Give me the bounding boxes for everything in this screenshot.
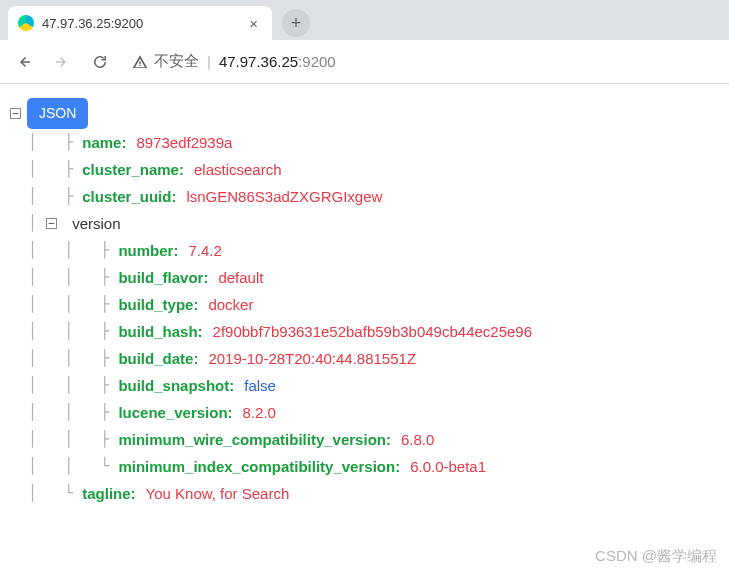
json-field-build-flavor: │ │ ├ build_flavor : default <box>10 264 719 291</box>
reload-icon <box>91 53 109 71</box>
json-field-build-snapshot: │ │ ├ build_snapshot : false <box>10 372 719 399</box>
json-field-lucene-version: │ │ ├ lucene_version : 8.2.0 <box>10 399 719 426</box>
favicon-icon <box>18 15 34 31</box>
back-button[interactable] <box>8 46 40 78</box>
json-field-min-wire-compat: │ │ ├ minimum_wire_compatibility_version… <box>10 426 719 453</box>
collapse-icon[interactable]: − <box>10 108 21 119</box>
json-field-number: │ │ ├ number : 7.4.2 <box>10 237 719 264</box>
json-field-cluster-name: │ ├ cluster_name : elasticsearch <box>10 156 719 183</box>
address-bar[interactable]: 不安全 | 47.97.36.25:9200 <box>132 52 336 71</box>
forward-button[interactable] <box>46 46 78 78</box>
url-port: :9200 <box>298 53 336 70</box>
json-badge: JSON <box>27 98 88 129</box>
insecure-label: 不安全 <box>154 52 199 71</box>
arrow-right-icon <box>53 53 71 71</box>
json-field-build-type: │ │ ├ build_type : docker <box>10 291 719 318</box>
warning-icon <box>132 54 148 70</box>
tab-bar: 47.97.36.25:9200 × + <box>0 0 729 40</box>
plus-icon: + <box>291 13 302 34</box>
separator: | <box>207 53 211 70</box>
json-field-build-date: │ │ ├ build_date : 2019-10-28T20:40:44.8… <box>10 345 719 372</box>
tab-title: 47.97.36.25:9200 <box>42 16 245 31</box>
json-field-tagline: │ └ tagline : You Know, for Search <box>10 480 719 507</box>
new-tab-button[interactable]: + <box>282 9 310 37</box>
json-viewer: − JSON │ ├ name : 8973edf2939a │ ├ clust… <box>0 84 729 521</box>
url-host: 47.97.36.25 <box>219 53 298 70</box>
browser-tab[interactable]: 47.97.36.25:9200 × <box>8 6 272 40</box>
close-icon[interactable]: × <box>245 15 262 32</box>
json-field-cluster-uuid: │ ├ cluster_uuid : lsnGEN86S3adZXGRGIxge… <box>10 183 719 210</box>
reload-button[interactable] <box>84 46 116 78</box>
browser-toolbar: 不安全 | 47.97.36.25:9200 <box>0 40 729 84</box>
arrow-left-icon <box>15 53 33 71</box>
json-field-version: │ − version <box>10 210 719 237</box>
json-field-min-index-compat: │ │ └ minimum_index_compatibility_versio… <box>10 453 719 480</box>
json-root-row: − JSON <box>10 98 719 129</box>
json-field-name: │ ├ name : 8973edf2939a <box>10 129 719 156</box>
watermark: CSDN @酱学编程 <box>595 547 717 566</box>
json-field-build-hash: │ │ ├ build_hash : 2f90bbf7b93631e52bafb… <box>10 318 719 345</box>
collapse-icon[interactable]: − <box>46 218 57 229</box>
